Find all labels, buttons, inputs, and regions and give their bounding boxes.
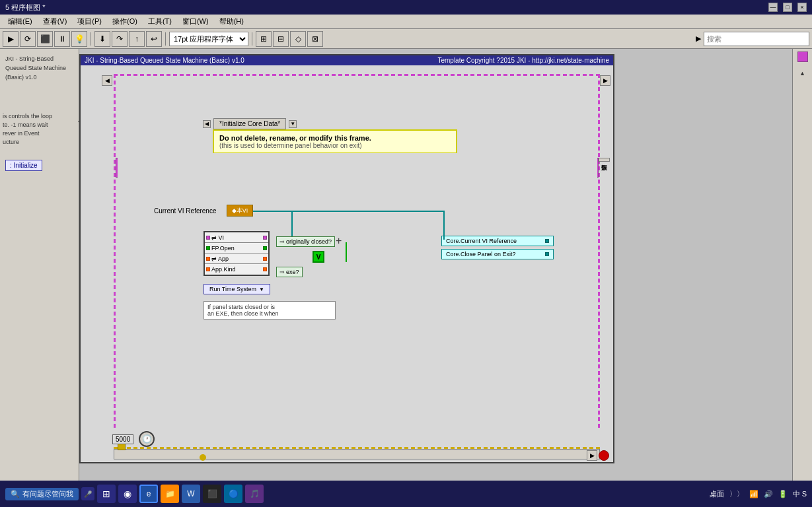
terminal-app-out [263,257,267,261]
canvas-area[interactable]: JKI - String-Based Queued State Machine … [79,49,792,481]
left-panel: JKI - String-Based Queued State Machine … [0,49,79,481]
node-row-appkind: App.Kind [205,264,268,275]
labview-icon-taskbar[interactable]: ⬛ [203,485,221,503]
vi-outer-frame: JKI - String-Based Queued State Machine … [79,54,614,463]
frame-nav-left[interactable]: ◀ [203,120,211,128]
ref-icon-label: 本VI [237,207,248,215]
template-copyright: Template Copyright ?2015 JKI - http://jk… [437,57,609,64]
taskbar-ime-text: 中 S [793,489,807,499]
menu-edit[interactable]: 编辑(E) [3,15,38,28]
scroll-bottom[interactable] [114,449,600,459]
font-selector[interactable]: 17pt 应用程序字体 [169,32,248,46]
edge-icon-taskbar[interactable]: e [139,485,158,503]
run-button[interactable]: ▶ [3,31,18,47]
task-view-icon[interactable]: ◉ [118,485,137,503]
separator-3 [252,32,252,46]
core-close-panel-terminal [545,252,549,256]
run-continuously-button[interactable]: ⟳ [20,31,36,47]
music-icon-taskbar[interactable]: 🎵 [245,485,264,503]
app-kind-label: App.Kind [211,266,236,273]
init-label: : Initialize [5,160,42,171]
word-icon-taskbar[interactable]: W [182,485,200,503]
bool-v-indicator: V [313,251,324,263]
search-area: ▶ [696,32,809,46]
separator-1 [91,32,91,46]
mic-icon-taskbar[interactable]: 🎤 [81,487,94,500]
step-out-button[interactable]: ↑ [129,31,145,47]
terminal-vi-out [263,236,267,240]
node-block: ⇌ VI FP.Open ⇌ App A [203,231,270,276]
core-current-ref-terminal [545,239,549,243]
wire-green-v [346,242,347,262]
taskbar-desktop-text: 桌面 [710,489,724,499]
toolbar: ▶ ⟳ ⬛ ⏸ 💡 ⬇ ↷ ↑ ↩ 17pt 应用程序字体 ⊞ ⊟ ◇ ⊠ ▶ [0,29,812,49]
menu-window[interactable]: 窗口(W) [177,15,214,28]
scroll-arrow-tl[interactable]: ◀ [102,75,112,86]
frame-nav-right[interactable]: ▼ [289,120,297,128]
title-bar: 5 程序框图 * — □ × [0,0,812,15]
menu-tools[interactable]: 工具(T) [143,15,177,28]
wire-teal-long [293,211,445,212]
taskbar-battery-icon: 🔋 [778,490,788,498]
undo-button[interactable]: ↩ [146,31,162,47]
window-controls: — □ × [768,3,807,12]
reorder-button[interactable]: ⊠ [307,31,323,47]
minimize-button[interactable]: — [768,3,778,12]
tooltip-text: JKI - String-Based Queued State Machine … [5,54,73,82]
clock-icon: 🕐 [139,431,155,447]
pink-dashed-left [114,74,116,430]
blue-app-icon-taskbar[interactable]: 🔵 [224,485,242,503]
resize-button[interactable]: ◇ [290,31,306,47]
right-panel-label: ▲ [799,70,806,77]
close-button[interactable]: × [797,3,807,12]
vi-header: JKI - String-Based Queued State Machine … [81,55,613,65]
search-icon: 🔍 [11,490,20,498]
arrow-right-icon: ⇒ [279,238,285,245]
taskbar-network-icon: 📶 [749,490,758,498]
search-text: 有问题尽管问我 [22,489,73,499]
menu-help[interactable]: 帮助(H) [214,15,249,28]
wire-teal-1 [253,211,293,212]
step-into-button[interactable]: ⬇ [94,31,110,47]
search-input[interactable] [704,32,809,46]
abort-button[interactable]: ⬛ [37,31,53,47]
pause-button[interactable]: ⏸ [54,31,70,47]
start-area[interactable]: 🔍 有问题尽管问我 [5,488,79,500]
terminal-fp-out [263,246,267,250]
left-tooltip: is controls the loop te. -1 means wait r… [3,112,75,147]
exe-block: ⇒ exe? [276,267,303,277]
maximize-button[interactable]: □ [783,3,792,12]
main-area: JKI - String-Based Queued State Machine … [0,49,812,481]
inner-diagram: Current VI Reference ◆ 本VI ⇌ VI [118,153,597,416]
comparison-block: ⇒ originally closed? [276,236,335,247]
step-over-button[interactable]: ↷ [112,31,128,47]
scroll-arrow-tr[interactable]: ▶ [600,75,610,86]
comment-line1: If panel starts closed or is [207,304,332,310]
warning-sub: (this is used to determine panel behavio… [219,142,451,149]
search-arrow: ▶ [696,34,701,43]
terminal-appkind-out [263,267,267,271]
plus-sign: + [336,235,342,247]
folder-icon-taskbar[interactable]: 📁 [161,485,179,503]
menu-bar: 编辑(E) 查看(V) 项目(P) 操作(O) 工具(T) 窗口(W) 帮助(H… [0,15,812,29]
scroll-bottom-right[interactable]: ▶ [587,450,597,461]
highlight-button[interactable]: 💡 [71,31,87,47]
taskbar-chevron: 〉〉 [729,489,744,499]
menu-project[interactable]: 项目(P) [72,15,107,28]
windows-taskbar-icon[interactable]: ⊞ [97,485,116,503]
arrow-right-exe-icon: ⇒ [279,269,285,275]
data-cluster-label: 数据簇 [599,158,610,162]
align-button[interactable]: ⊞ [256,31,272,47]
menu-view[interactable]: 查看(V) [38,15,73,28]
vi-ref-icon: ◆ 本VI [227,205,253,217]
terminal-fp [206,246,210,250]
taskbar-right: 桌面 〉〉 📶 🔊 🔋 中 S [710,489,807,499]
menu-operate[interactable]: 操作(O) [107,15,143,28]
core-current-ref-block: Core.Current VI Reference [441,236,554,246]
warning-box: Do not delete, rename, or modify this fr… [213,129,457,154]
taskbar: 🔍 有问题尽管问我 🎤 ⊞ ◉ e 📁 W ⬛ 🔵 🎵 桌面 〉〉 📶 🔊 🔋 … [0,481,812,507]
node-row-app: ⇌ App [205,254,268,264]
run-time-block: Run Time System ▼ [203,284,270,294]
warning-title: Do not delete, rename, or modify this fr… [219,134,451,142]
distribute-button[interactable]: ⊟ [273,31,289,47]
